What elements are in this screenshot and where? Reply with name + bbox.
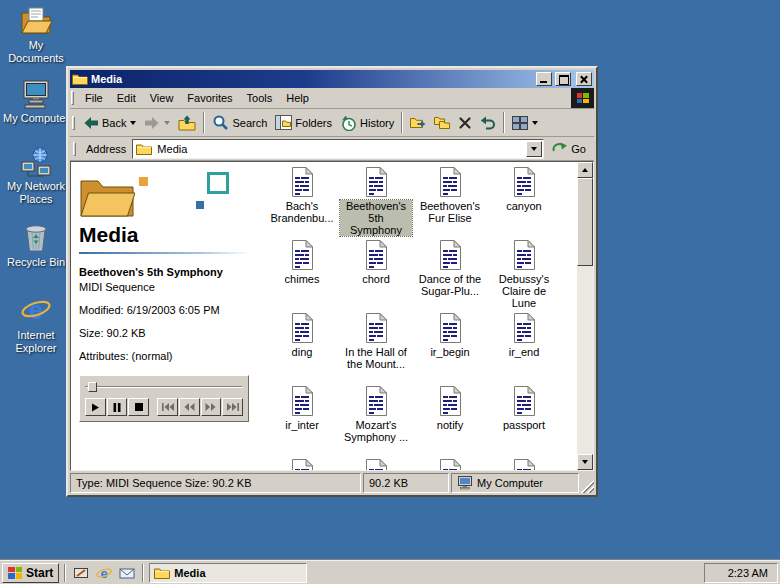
back-button[interactable]: Back	[79, 111, 140, 135]
views-dropdown-icon[interactable]	[532, 121, 538, 125]
views-button[interactable]	[508, 111, 542, 135]
selection-type: MIDI Sequence	[79, 281, 251, 293]
selection-name: Beethoven's 5th Symphony	[79, 266, 251, 279]
status-bar: Type: MIDI Sequence Size: 90.2 KB 90.2 K…	[70, 473, 594, 493]
midi-file-icon	[508, 312, 540, 344]
file-label: ir_end	[507, 346, 542, 358]
move-to-button[interactable]	[406, 111, 430, 135]
stop-button[interactable]	[128, 398, 149, 416]
desktop-icon-my-network-places[interactable]: My Network Places	[2, 146, 70, 206]
seek-thumb[interactable]	[88, 382, 97, 392]
seek-slider[interactable]	[85, 384, 243, 391]
scroll-down-button[interactable]	[577, 454, 593, 470]
file-item[interactable]: Bach's Brandenbu...	[265, 166, 339, 239]
quick-launch-show-desktop[interactable]	[71, 563, 91, 583]
up-button[interactable]	[174, 111, 200, 135]
menu-help[interactable]: Help	[279, 89, 316, 107]
play-icon	[91, 403, 100, 412]
copy-to-button[interactable]	[430, 111, 454, 135]
file-item[interactable]: ir_begin	[413, 312, 487, 385]
rewind-button[interactable]	[179, 398, 200, 416]
file-item[interactable]: ir_inter	[265, 385, 339, 458]
file-item[interactable]: In the Hall of the Mount...	[339, 312, 413, 385]
start-button[interactable]: Start	[2, 563, 59, 583]
quick-launch-outlook-express[interactable]	[117, 563, 137, 583]
forward-dropdown-icon[interactable]	[164, 121, 170, 125]
status-zone-text: My Computer	[477, 477, 543, 489]
pause-icon	[113, 403, 121, 412]
address-dropdown-button[interactable]	[526, 141, 542, 157]
menu-grip[interactable]	[71, 91, 74, 105]
file-item[interactable]: canyon	[487, 166, 561, 239]
seek-track	[85, 386, 243, 388]
desktop-icon-my-computer[interactable]: My Computer	[2, 78, 70, 125]
scrollbar-track[interactable]	[577, 178, 593, 454]
menu-file[interactable]: File	[78, 89, 110, 107]
file-item-selected[interactable]: Beethoven's 5th Symphony	[339, 166, 413, 239]
ie-small-icon: e	[96, 565, 112, 581]
quick-launch-internet-explorer[interactable]: e	[94, 563, 114, 583]
pause-button[interactable]	[107, 398, 128, 416]
folders-button[interactable]: Folders	[271, 111, 336, 135]
close-button[interactable]	[576, 72, 592, 86]
file-label: In the Hall of the Mount...	[340, 346, 412, 370]
go-button[interactable]: Go	[546, 138, 592, 160]
file-item[interactable]: Dance of the Sugar-Plu...	[413, 239, 487, 312]
titlebar[interactable]: Media	[70, 70, 594, 88]
webview-panel: Media Beethoven's 5th Symphony MIDI Sequ…	[71, 162, 259, 470]
file-item-partial[interactable]	[413, 458, 487, 470]
resize-grip[interactable]	[581, 473, 594, 493]
minimize-button[interactable]	[536, 72, 552, 86]
toolbar-grip[interactable]	[72, 116, 75, 130]
search-button[interactable]: Search	[208, 111, 271, 135]
vertical-scrollbar[interactable]	[577, 162, 593, 470]
outlook-express-icon	[119, 565, 135, 581]
system-tray[interactable]: 2:23 AM	[704, 563, 778, 583]
file-item[interactable]: chord	[339, 239, 413, 312]
maximize-button[interactable]	[555, 72, 571, 86]
history-button[interactable]: History	[336, 111, 398, 135]
desktop-icon-my-documents[interactable]: My Documents	[2, 5, 70, 65]
file-list: Bach's Brandenbu... Beethoven's 5th Symp…	[259, 162, 577, 470]
skip-start-button[interactable]	[157, 398, 178, 416]
file-label: passport	[501, 419, 547, 431]
file-item[interactable]: Debussy's Claire de Lune	[487, 239, 561, 312]
file-item[interactable]: passport	[487, 385, 561, 458]
taskbar: Start e Media 2:23 AM	[0, 560, 780, 584]
undo-arrow-icon	[480, 116, 496, 130]
fast-forward-button[interactable]	[201, 398, 222, 416]
file-item[interactable]: Mozart's Symphony ...	[339, 385, 413, 458]
menu-tools[interactable]: Tools	[240, 89, 280, 107]
views-icon	[512, 116, 528, 130]
skip-end-button[interactable]	[222, 398, 243, 416]
back-dropdown-icon[interactable]	[130, 121, 136, 125]
undo-button[interactable]	[476, 111, 500, 135]
address-grip[interactable]	[73, 142, 76, 156]
file-item[interactable]: ir_end	[487, 312, 561, 385]
file-item-partial[interactable]	[487, 458, 561, 470]
menu-edit[interactable]: Edit	[110, 89, 143, 107]
file-item[interactable]: ding	[265, 312, 339, 385]
file-item[interactable]: chimes	[265, 239, 339, 312]
menu-favorites[interactable]: Favorites	[180, 89, 239, 107]
forward-button[interactable]	[140, 111, 174, 135]
play-button[interactable]	[85, 398, 106, 416]
file-item[interactable]: Beethoven's Fur Elise	[413, 166, 487, 239]
file-label: ir_begin	[428, 346, 471, 358]
desktop-icon-internet-explorer[interactable]: e Internet Explorer	[2, 295, 70, 355]
file-item-partial[interactable]	[265, 458, 339, 470]
history-label: History	[360, 117, 394, 129]
taskbar-task-media[interactable]: Media	[149, 563, 307, 583]
address-input[interactable]: Media	[132, 139, 544, 159]
file-item[interactable]: notify	[413, 385, 487, 458]
delete-button[interactable]	[454, 111, 476, 135]
file-item-partial[interactable]	[339, 458, 413, 470]
desktop-icon-recycle-bin[interactable]: Recycle Bin	[2, 222, 70, 269]
scrollbar-thumb[interactable]	[577, 178, 593, 266]
folder-content: Media Beethoven's 5th Symphony MIDI Sequ…	[70, 161, 594, 471]
back-label: Back	[102, 117, 126, 129]
desktop[interactable]: My Documents My Computer My Network Plac…	[0, 0, 780, 584]
my-computer-small-icon	[457, 476, 473, 490]
menu-view[interactable]: View	[143, 89, 181, 107]
scroll-up-button[interactable]	[577, 162, 593, 178]
